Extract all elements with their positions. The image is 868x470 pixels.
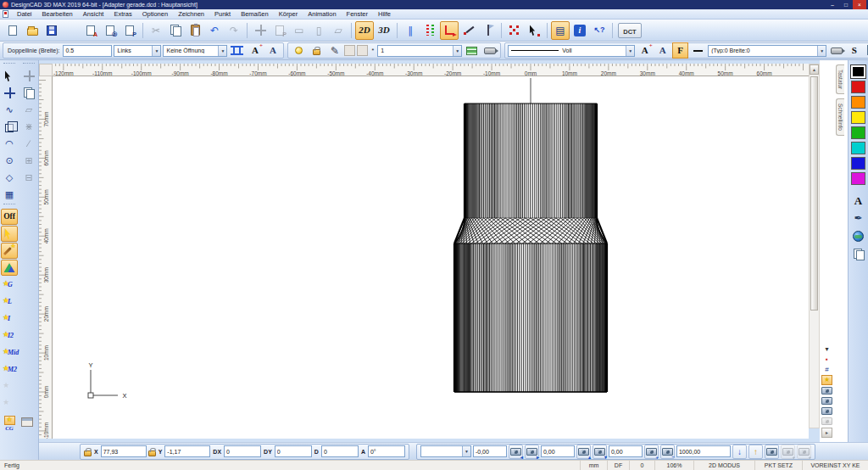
print-preview-button[interactable]	[101, 21, 120, 40]
view-cam2-button[interactable]	[821, 395, 832, 406]
scrollbar-thumb[interactable]	[810, 76, 818, 311]
scroll-up-button[interactable]: ▲	[810, 64, 819, 75]
paste-button[interactable]	[186, 21, 204, 40]
gravity-select-button[interactable]	[525, 21, 543, 40]
polygon-tool-button[interactable]: ◇	[1, 170, 18, 186]
align-combo[interactable]: Links ▼	[114, 45, 161, 57]
view-cam1-button[interactable]	[821, 385, 832, 395]
undo-button[interactable]: ↶	[205, 21, 224, 40]
snap-m2-button[interactable]: ★M2	[1, 361, 18, 378]
copy-attributes-button[interactable]	[864, 42, 868, 59]
menu-bemaen[interactable]: Bemaßen	[236, 9, 274, 19]
layer-lock-button[interactable]	[309, 42, 325, 59]
line-tool-button[interactable]: ∿	[1, 102, 18, 118]
y-input[interactable]	[164, 445, 210, 457]
set-point-button[interactable]	[459, 21, 478, 40]
redo-button[interactable]: ↷	[225, 21, 243, 40]
pan-up-camera-button[interactable]: ▴	[576, 445, 591, 459]
menu-bearbeiten[interactable]: Bearbeiten	[37, 9, 78, 19]
save-button[interactable]	[42, 21, 61, 40]
select-tool-button[interactable]	[1, 68, 18, 84]
camera-add1-button[interactable]: +	[781, 445, 795, 459]
copy-style-button[interactable]	[850, 246, 866, 261]
view-snap-button[interactable]: ★	[821, 375, 832, 385]
zoom-down-button[interactable]: ↓	[732, 445, 747, 459]
parallel-mode-button[interactable]: ∥	[401, 21, 420, 40]
snap-i-button[interactable]: ★I	[1, 311, 18, 327]
z-rotation-input[interactable]	[473, 445, 507, 457]
a-input[interactable]	[368, 445, 405, 457]
layer-list-button[interactable]	[464, 42, 480, 59]
fill-mode-button[interactable]: F	[672, 42, 688, 59]
move-point-tool-button[interactable]	[20, 68, 37, 84]
point-select-button[interactable]	[505, 21, 524, 40]
cut-button[interactable]: ✂	[147, 21, 165, 40]
menu-optionen[interactable]: Optionen	[137, 9, 173, 19]
doubleline-width-input[interactable]	[63, 45, 112, 57]
toolbar-grip[interactable]	[3, 63, 15, 66]
viewport-icon[interactable]	[21, 417, 33, 427]
text-size-up-button[interactable]: A	[247, 42, 263, 59]
show-axes-button[interactable]	[440, 21, 459, 40]
linestyle-combo[interactable]: Voll ▼	[508, 45, 635, 57]
color-swatch-cyan[interactable]	[851, 142, 865, 154]
dct-button[interactable]: DCT	[618, 23, 642, 38]
print-button[interactable]	[62, 21, 81, 40]
divide-tool-button[interactable]: ⋇	[20, 119, 37, 135]
ortho-mode-button[interactable]	[420, 21, 439, 40]
zoom-out-camera-button[interactable]: −	[660, 445, 675, 459]
lock-y-icon[interactable]	[148, 450, 156, 456]
drawing-area[interactable]: YX	[53, 76, 809, 439]
angle-combo[interactable]: ▼	[420, 445, 471, 457]
menu-animation[interactable]: Animation	[303, 9, 341, 19]
color-swatch-black[interactable]	[851, 65, 865, 78]
duplicate-tool-button[interactable]	[20, 85, 37, 101]
trim-tool-button[interactable]: ∕	[20, 136, 37, 152]
tile-vertical-button[interactable]: ▯	[309, 21, 328, 40]
color-swatch-red[interactable]	[851, 81, 865, 93]
menu-krper[interactable]: Körper	[274, 9, 303, 19]
camera-view-button[interactable]	[765, 445, 779, 459]
font-button[interactable]: A	[654, 42, 670, 59]
style-button[interactable]: S	[846, 42, 862, 59]
menu-extras[interactable]: Extras	[108, 9, 136, 19]
dy-input[interactable]	[275, 445, 312, 457]
dx-input[interactable]	[224, 445, 261, 457]
tilt-input[interactable]	[541, 445, 575, 457]
menu-fenster[interactable]: Fenster	[342, 9, 373, 19]
doubleline-settings-button[interactable]	[229, 42, 245, 59]
layer-visibility-button[interactable]	[291, 42, 307, 59]
mode-2d-button[interactable]: 2D	[355, 21, 374, 40]
shade-button[interactable]	[1, 260, 18, 276]
snap-g-button[interactable]: ★G	[1, 277, 18, 293]
layer-swatch-1[interactable]	[344, 45, 355, 56]
layer-edit-button[interactable]: ✎	[326, 42, 342, 59]
copy-button[interactable]	[166, 21, 185, 40]
page-setup-button[interactable]	[81, 21, 100, 40]
x-input[interactable]	[101, 445, 147, 457]
toolbar-grip[interactable]	[3, 204, 15, 207]
snap-off-button[interactable]: Off	[1, 209, 18, 225]
pen-style-button[interactable]: ✒	[850, 210, 866, 226]
explode-tool-button[interactable]: ⊟	[20, 170, 37, 186]
camera-add2-button[interactable]: +	[797, 445, 811, 459]
arc-tool-button[interactable]: ◠	[1, 136, 18, 152]
zoom-in-camera-button[interactable]: +	[644, 445, 659, 459]
context-help-button[interactable]: ↖?	[590, 21, 609, 40]
maximize-button[interactable]: □	[839, 0, 853, 9]
view-cam4-button[interactable]	[821, 416, 832, 426]
text-style-button[interactable]: A	[264, 42, 281, 59]
snap-l-button[interactable]: ★L	[1, 294, 18, 310]
circle-tool-button[interactable]: ⊙	[1, 153, 18, 169]
color-swatch-orange[interactable]	[851, 96, 865, 109]
lasso-button[interactable]	[479, 21, 498, 40]
mode-3d-button[interactable]: 3D	[375, 21, 393, 40]
tile-horizontal-button[interactable]: ▭	[290, 21, 309, 40]
font-size-up-button[interactable]: A	[637, 42, 653, 59]
d-input[interactable]	[321, 445, 359, 457]
plot-button[interactable]	[120, 21, 139, 40]
zoom-up-button[interactable]: ↑	[748, 445, 763, 459]
color-swatch-blue[interactable]	[851, 157, 865, 170]
color-swatch-yellow[interactable]	[851, 111, 865, 124]
menu-ansicht[interactable]: Ansicht	[78, 9, 109, 19]
